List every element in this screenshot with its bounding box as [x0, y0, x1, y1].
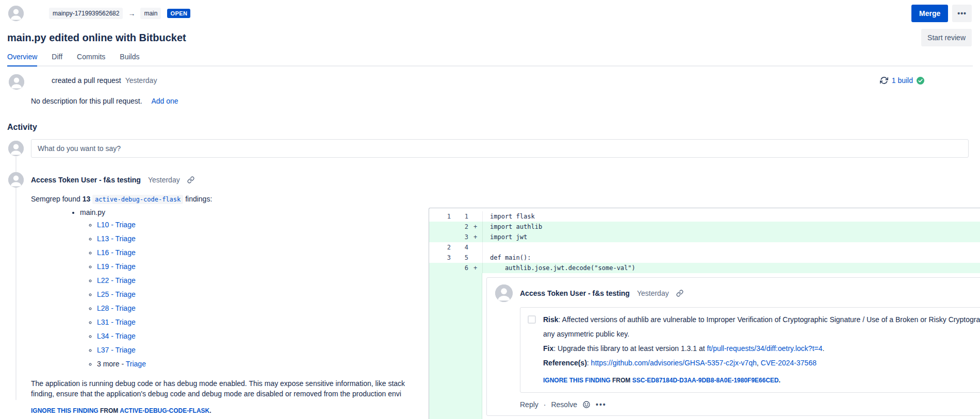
- finding-link[interactable]: L25 - Triage: [97, 290, 136, 298]
- comment-time: Yesterday: [148, 176, 180, 184]
- period: .: [779, 377, 780, 384]
- period: .: [209, 407, 211, 414]
- source-branch[interactable]: mainpy-1719939562682: [49, 8, 123, 19]
- code-line: [482, 242, 980, 253]
- finding-link[interactable]: L13 - Triage: [97, 234, 136, 243]
- diff-sign: +: [468, 263, 482, 273]
- inline-comment-more-button[interactable]: •••: [596, 400, 607, 409]
- risk-line: Risk: Affected versions of authlib are v…: [543, 314, 980, 325]
- finding-link[interactable]: L22 - Triage: [97, 276, 136, 284]
- diff-row: 11import flask: [429, 211, 980, 222]
- colon: :: [587, 359, 591, 367]
- comment-input[interactable]: [31, 139, 969, 158]
- no-description-text: No description for this pull request.: [31, 97, 142, 105]
- code-line: import jwt: [482, 232, 980, 242]
- old-line-number: [429, 222, 451, 232]
- code-line: authlib.jose.jwt.decode("some-val"): [482, 263, 980, 273]
- inline-comment-card: Access Token User - f&s testing Yesterda…: [486, 277, 980, 416]
- inline-comment-author[interactable]: Access Token User - f&s testing: [520, 289, 630, 297]
- diff-sign: [468, 242, 482, 253]
- reply-button[interactable]: Reply: [520, 400, 538, 409]
- start-review-button[interactable]: Start review: [921, 29, 972, 46]
- build-count-link[interactable]: 1 build: [892, 76, 913, 85]
- risk-line2: any asymmetric public key.: [543, 328, 980, 340]
- old-line-number: 2: [429, 242, 451, 253]
- tab-commits[interactable]: Commits: [77, 53, 105, 66]
- permalink-icon[interactable]: [676, 290, 683, 297]
- old-line-number: [429, 263, 451, 273]
- diff-row: 24: [429, 242, 980, 253]
- build-success-icon: [917, 77, 924, 85]
- diff-sign: [468, 253, 482, 263]
- finding-link[interactable]: L28 - Triage: [97, 304, 136, 312]
- finding-link[interactable]: L34 - Triage: [97, 332, 136, 340]
- status-badge: OPEN: [167, 9, 190, 18]
- finding-link[interactable]: L10 - Triage: [97, 221, 136, 229]
- finding-link[interactable]: L16 - Triage: [97, 248, 136, 257]
- inline-comment-time: Yesterday: [637, 289, 669, 297]
- more-actions-button[interactable]: •••: [952, 5, 972, 22]
- tab-overview[interactable]: Overview: [7, 53, 37, 66]
- inline-commenter-avatar: [495, 284, 513, 302]
- description-row: No description for this pull request. Ad…: [31, 97, 178, 105]
- risk-label: Risk: [543, 315, 559, 324]
- diff-preview-panel: 11import flask 2+import authlib 3+import…: [429, 208, 980, 419]
- emoji-reaction-icon[interactable]: [582, 400, 591, 409]
- rule-lozenge[interactable]: active-debug-code-flask: [92, 195, 183, 204]
- diff-sign: [468, 211, 482, 222]
- permalink-icon[interactable]: [187, 176, 194, 183]
- merge-button[interactable]: Merge: [911, 5, 948, 22]
- ignore-finding-link[interactable]: IGNORE THIS FINDING: [543, 377, 611, 384]
- file-name: main.py: [80, 208, 105, 216]
- target-branch[interactable]: main: [140, 8, 161, 19]
- creator-avatar: [9, 74, 24, 90]
- finding-link[interactable]: L31 - Triage: [97, 318, 136, 326]
- ignore-finding-link[interactable]: IGNORE THIS FINDING: [31, 407, 99, 414]
- code-line: import flask: [482, 211, 980, 222]
- inline-comment-content: Access Token User - f&s testing Yesterda…: [482, 273, 980, 419]
- finding-link[interactable]: L19 - Triage: [97, 262, 136, 271]
- fix-label: Fix: [543, 344, 553, 353]
- created-time: Yesterday: [125, 76, 157, 85]
- semgrep-prefix: Semgrep found: [31, 195, 83, 203]
- fix-link[interactable]: ft/pull-requests/34/diff:oetry.lock?t=4: [707, 344, 823, 353]
- dot-separator: ·: [544, 400, 546, 409]
- inline-ignore-row: IGNORE THIS FINDING FROM SSC-ED87184D-D3…: [543, 375, 980, 386]
- period: .: [823, 344, 825, 353]
- diff-row: 35def main():: [429, 253, 980, 263]
- pr-header: mainpy-1719939562682 → main OPEN Merge •…: [8, 4, 972, 23]
- ignore-from-text: FROM: [99, 407, 120, 414]
- pull-request-page: mainpy-1719939562682 → main OPEN Merge •…: [0, 0, 980, 419]
- finding-count: 13: [83, 195, 91, 203]
- diff-sign: +: [468, 222, 482, 232]
- more-triage-link[interactable]: Triage: [126, 360, 146, 368]
- code-line: def main():: [482, 253, 980, 263]
- ignore-rule-link[interactable]: ACTIVE-DEBUG-CODE-FLASK: [120, 407, 209, 414]
- risk-text: : Affected versions of authlib are vulne…: [559, 315, 980, 324]
- fix-line: Fix: Upgrade this library to at least ve…: [543, 343, 980, 354]
- finding-checkbox[interactable]: [528, 315, 536, 324]
- new-line-number: 6: [451, 263, 468, 273]
- diff-row-added: 6+ authlib.jose.jwt.decode("some-val"): [429, 263, 980, 273]
- title-row: main.py edited online with Bitbucket Sta…: [7, 29, 972, 46]
- created-action-text: created a pull request: [52, 76, 121, 85]
- branch-arrow-icon: →: [128, 9, 135, 18]
- reference-link-2[interactable]: CVE-2024-37568: [761, 359, 816, 367]
- reference-link-1[interactable]: https://github.com/advisories/GHSA-5357-…: [591, 359, 757, 367]
- new-line-number: 2: [451, 222, 468, 232]
- new-line-number: 3: [451, 232, 468, 242]
- resolve-button[interactable]: Resolve: [551, 400, 577, 409]
- build-status: 1 build: [880, 76, 924, 85]
- finding-link[interactable]: L37 - Triage: [97, 346, 136, 354]
- comment-author[interactable]: Access Token User - f&s testing: [31, 176, 141, 184]
- add-description-link[interactable]: Add one: [151, 97, 178, 105]
- ignore-rule-link[interactable]: SSC-ED87184D-D3AA-9DB8-8A0E-1980F9E66CED: [632, 377, 779, 384]
- tab-diff[interactable]: Diff: [52, 53, 62, 66]
- builds-refresh-icon: [880, 76, 888, 85]
- new-line-number: 1: [451, 211, 468, 222]
- comment-composer: [8, 139, 969, 158]
- inline-comment-gutter: [429, 273, 482, 419]
- tab-builds[interactable]: Builds: [120, 53, 139, 66]
- author-avatar: [8, 6, 24, 21]
- semgrep-suffix: findings:: [183, 195, 212, 203]
